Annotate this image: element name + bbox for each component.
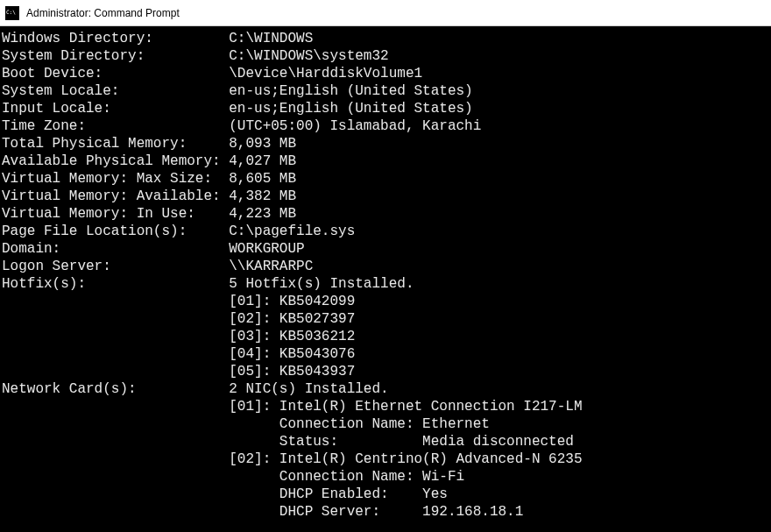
output-line: [02]: KB5027397 xyxy=(2,310,771,328)
output-line: [01]: KB5042099 xyxy=(2,293,771,310)
output-line: Status: Media disconnected xyxy=(2,433,771,450)
output-line: [03]: KB5036212 xyxy=(2,328,771,345)
output-line: Boot Device: \Device\HarddiskVolume1 xyxy=(2,65,771,82)
output-line: Available Physical Memory: 4,027 MB xyxy=(2,153,771,170)
output-line: System Locale: en-us;English (United Sta… xyxy=(2,82,771,100)
output-line: Virtual Memory: Max Size: 8,605 MB xyxy=(2,170,771,188)
output-line: Logon Server: \\KARRARPC xyxy=(2,258,771,275)
output-line: Connection Name: Ethernet xyxy=(2,415,771,433)
cmd-icon xyxy=(5,6,19,20)
output-line: DHCP Enabled: Yes xyxy=(2,486,771,503)
output-line: Domain: WORKGROUP xyxy=(2,240,771,258)
window-title: Administrator: Command Prompt xyxy=(26,7,180,19)
output-line: Network Card(s): 2 NIC(s) Installed. xyxy=(2,380,771,398)
output-line: Total Physical Memory: 8,093 MB xyxy=(2,135,771,153)
window-titlebar[interactable]: Administrator: Command Prompt xyxy=(0,0,771,26)
output-line: Time Zone: (UTC+05:00) Islamabad, Karach… xyxy=(2,117,771,135)
output-line: Hotfix(s): 5 Hotfix(s) Installed. xyxy=(2,275,771,293)
output-line: [02]: Intel(R) Centrino(R) Advanced-N 62… xyxy=(2,450,771,468)
output-line: Virtual Memory: Available: 4,382 MB xyxy=(2,188,771,205)
output-line: Virtual Memory: In Use: 4,223 MB xyxy=(2,205,771,223)
output-line: [05]: KB5043937 xyxy=(2,363,771,380)
output-line: Windows Directory: C:\WINDOWS xyxy=(2,30,771,47)
output-line: [04]: KB5043076 xyxy=(2,345,771,363)
output-line: DHCP Server: 192.168.18.1 xyxy=(2,503,771,521)
output-line: System Directory: C:\WINDOWS\system32 xyxy=(2,47,771,65)
output-line: Page File Location(s): C:\pagefile.sys xyxy=(2,223,771,240)
output-line: Connection Name: Wi-Fi xyxy=(2,468,771,486)
terminal-output[interactable]: Windows Directory: C:\WINDOWSSystem Dire… xyxy=(0,26,771,521)
output-line: Input Locale: en-us;English (United Stat… xyxy=(2,100,771,117)
output-line: [01]: Intel(R) Ethernet Connection I217-… xyxy=(2,398,771,415)
